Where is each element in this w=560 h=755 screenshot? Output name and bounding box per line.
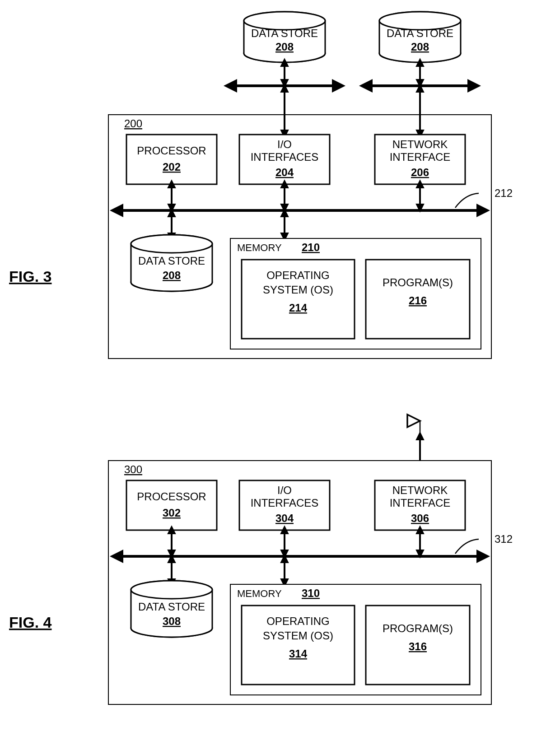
net-ref-4: 306: [411, 512, 429, 524]
figure-label: FIG. 3: [9, 268, 51, 285]
processor-ref-4: 302: [163, 507, 181, 519]
internal-data-store: DATA STORE 208: [131, 235, 212, 291]
memory-label: MEMORY: [237, 242, 282, 253]
os-ref: 214: [289, 302, 308, 314]
int-ds-label: DATA STORE: [138, 255, 205, 267]
svg-point-7: [131, 581, 212, 599]
prog-label: PROGRAM(S): [383, 276, 453, 289]
memory-label-4: MEMORY: [237, 588, 282, 599]
net-line1: NETWORK: [392, 138, 448, 150]
io-ref-4: 304: [275, 512, 294, 524]
net-line2-4: INTERFACE: [390, 497, 451, 509]
memory-ref: 210: [302, 241, 320, 253]
io-line1: I/O: [277, 138, 292, 150]
memory-ref-4: 310: [302, 587, 320, 599]
io-line2-4: INTERFACES: [251, 497, 319, 509]
int-ds-label-4: DATA STORE: [138, 601, 205, 613]
processor-box-4: [126, 480, 217, 530]
prog-label-4: PROGRAM(S): [383, 622, 453, 634]
ext-ds1-label: DATA STORE: [251, 27, 318, 39]
io-line1-4: I/O: [277, 484, 292, 496]
ref-312: 312: [495, 533, 513, 545]
prog-ref: 216: [409, 294, 427, 307]
processor-label-4: PROCESSOR: [137, 490, 206, 503]
net-line1-4: NETWORK: [392, 484, 448, 496]
internal-data-store-4: DATA STORE 308: [131, 581, 212, 637]
processor-ref: 202: [163, 161, 181, 173]
os-ref-4: 314: [289, 648, 308, 660]
io-line2: INTERFACES: [251, 151, 319, 163]
external-data-store-2: DATA STORE 208: [379, 12, 461, 62]
svg-point-5: [131, 235, 212, 253]
ext-ds1-ref: 208: [275, 41, 294, 53]
os-line2-4: SYSTEM (OS): [263, 629, 333, 642]
processor-box: [126, 135, 217, 184]
net-ref: 206: [411, 166, 429, 178]
ref-200: 200: [124, 117, 142, 130]
figure-label-4: FIG. 4: [9, 614, 52, 631]
net-line2: INTERFACE: [390, 151, 451, 163]
prog-ref-4: 316: [409, 640, 427, 652]
ref-212: 212: [495, 187, 513, 199]
io-ref: 204: [275, 166, 294, 178]
figure-3: FIG. 3 200 DATA STORE 208 DATA STORE 208: [9, 12, 513, 359]
int-ds-ref: 208: [163, 269, 181, 281]
ext-ds2-label: DATA STORE: [387, 27, 453, 39]
ext-ds2-ref: 208: [411, 41, 429, 53]
os-line1-4: OPERATING: [266, 615, 330, 627]
figure-4: FIG. 4 300 PROCESSOR 302 I/O INTERFACES …: [9, 421, 513, 704]
diagram-root: FIG. 3 200 DATA STORE 208 DATA STORE 208: [0, 0, 560, 755]
external-data-store-1: DATA STORE 208: [244, 12, 325, 62]
os-line1: OPERATING: [266, 269, 330, 281]
processor-label: PROCESSOR: [137, 144, 206, 157]
ref-300: 300: [124, 463, 142, 475]
os-line2: SYSTEM (OS): [263, 284, 333, 296]
int-ds-ref-4: 308: [163, 615, 181, 627]
